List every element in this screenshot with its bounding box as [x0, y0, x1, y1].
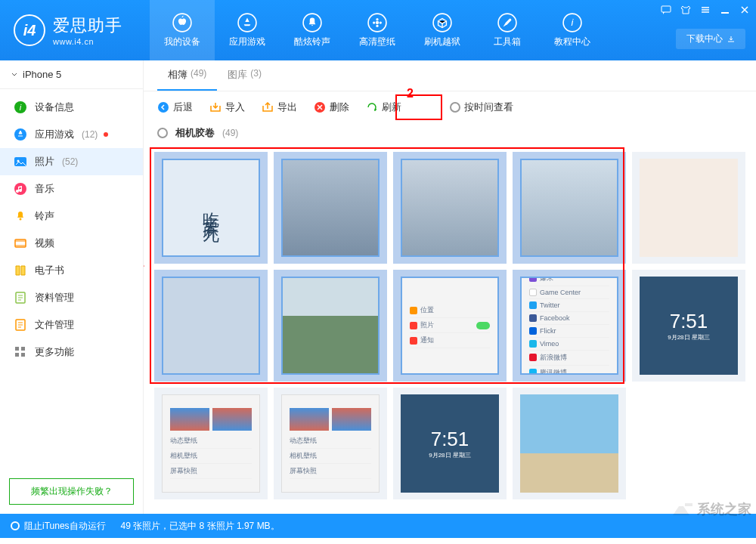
bell-small-icon [14, 209, 27, 223]
sidebar-item-video[interactable]: 视频 [0, 230, 143, 257]
toolbar: 后退 导入 导出 删除 刷新 按时间查看 2 [144, 91, 756, 123]
photo-thumb[interactable]: 位置 照片 通知 [393, 270, 507, 382]
view-by-time[interactable]: 按时间查看 [450, 100, 513, 114]
annotation-1: 1 [144, 256, 144, 270]
import-icon [209, 101, 222, 113]
svg-rect-13 [662, 6, 671, 12]
photo-thumb[interactable] [393, 152, 507, 264]
photo-thumb[interactable] [154, 270, 268, 382]
video-icon [14, 236, 27, 250]
sidebar-item-ringtone[interactable]: 铃声 [0, 202, 143, 230]
sidebar-item-apps[interactable]: 应用游戏(12) [0, 121, 143, 148]
tab-albums[interactable]: 相簿(49) [157, 60, 217, 91]
sidebar-item-more[interactable]: 更多功能 [0, 338, 143, 366]
photo-thumb[interactable] [274, 152, 387, 264]
export-icon [262, 101, 274, 113]
download-center-button[interactable]: 下载中心 [676, 29, 745, 49]
svg-point-5 [376, 18, 378, 20]
svg-point-8 [380, 21, 382, 23]
photo-thumb[interactable]: 7:519月28日 星期三 [393, 388, 507, 499]
tabs: 相簿(49) 图库(3) [144, 60, 756, 91]
nav-ringtones[interactable]: 酷炫铃声 [280, 0, 345, 60]
tab-library[interactable]: 图库(3) [217, 60, 272, 91]
nav-tools[interactable]: 工具箱 [475, 0, 540, 60]
sidebar-item-photos[interactable]: 照片(52) [0, 148, 143, 175]
block-itunes-toggle[interactable]: 阻止iTunes自动运行 [11, 520, 106, 533]
sidebar: iPhone 5 i设备信息 应用游戏(12) 照片(52) 音乐 铃声 视频 … [0, 60, 144, 514]
album-name: 相机胶卷 [175, 126, 215, 140]
photo-thumb[interactable] [274, 270, 387, 382]
apple-icon [172, 13, 192, 32]
wrench-icon [497, 13, 517, 32]
download-icon [727, 36, 735, 43]
refresh-button[interactable]: 刷新 [366, 100, 401, 114]
sidebar-item-info[interactable]: i设备信息 [0, 94, 143, 121]
photo-thumb[interactable] [632, 152, 745, 264]
logo[interactable]: i4 爱思助手 www.i4.cn [0, 14, 136, 46]
svg-rect-27 [21, 353, 25, 357]
minimize-icon[interactable] [720, 5, 730, 15]
svg-point-28 [158, 102, 169, 113]
chevron-down-icon [11, 71, 18, 79]
appstore-icon [237, 13, 257, 32]
back-arrow-icon [157, 101, 169, 113]
photo-grid: 吃束蔴九 位置 照片 通知 爆米 Game Center Twitter Fac… [150, 147, 750, 504]
photo-thumb[interactable]: 吃束蔴九 [154, 152, 268, 264]
menu-icon[interactable] [700, 5, 711, 15]
top-nav: 我的设备 应用游戏 酷炫铃声 高清壁纸 刷机越狱 工具箱 i 教程中心 [150, 0, 605, 60]
window-controls [661, 5, 750, 15]
bell-icon [302, 13, 322, 32]
folder-icon [14, 318, 27, 332]
skin-icon[interactable] [680, 5, 691, 15]
svg-point-7 [373, 21, 375, 23]
help-link[interactable]: 频繁出现操作失败？ [9, 478, 134, 505]
sidebar-item-data[interactable]: 资料管理 [0, 284, 143, 311]
photo-thumb[interactable]: 爆米 Game Center Twitter Facebook Flickr V… [513, 270, 626, 382]
sidebar-item-ebook[interactable]: 电子书 [0, 257, 143, 284]
photo-thumb[interactable] [513, 388, 626, 499]
svg-point-20 [20, 218, 22, 221]
nav-flash[interactable]: 刷机越狱 [410, 0, 475, 60]
sidebar-item-files[interactable]: 文件管理 [0, 311, 143, 338]
back-button[interactable]: 后退 [157, 100, 193, 114]
album-header[interactable]: 相机胶卷 (49) [144, 123, 756, 147]
photo-thumb[interactable] [513, 152, 626, 264]
svg-point-4 [376, 20, 379, 23]
nav-wallpapers[interactable]: 高清壁纸 [345, 0, 410, 60]
svg-text:i: i [572, 17, 575, 28]
nav-tutorial[interactable]: i 教程中心 [540, 0, 605, 60]
photo-thumb[interactable]: 动态壁纸 相机壁纸 屏幕快照 [274, 388, 387, 499]
close-icon[interactable] [739, 5, 750, 15]
main: 相簿(49) 图库(3) 后退 导入 导出 删除 刷新 按时间查看 2 相机胶卷… [144, 60, 756, 514]
refresh-icon [366, 101, 378, 113]
export-button[interactable]: 导出 [262, 100, 297, 114]
device-selector[interactable]: iPhone 5 [0, 60, 143, 89]
app-url: www.i4.cn [53, 37, 122, 46]
status-summary: 49 张照片，已选中 8 张照片 1.97 MB。 [121, 520, 280, 533]
nav-my-device[interactable]: 我的设备 [150, 0, 215, 60]
delete-button[interactable]: 删除 [314, 100, 349, 114]
photo-thumb[interactable]: 动态壁纸 相机壁纸 屏幕快照 [154, 388, 268, 499]
doc-icon [14, 291, 27, 304]
app-title: 爱思助手 [53, 14, 122, 37]
radio-icon [157, 128, 168, 138]
photo-icon [14, 155, 27, 168]
sidebar-item-music[interactable]: 音乐 [0, 175, 143, 202]
import-button[interactable]: 导入 [209, 100, 245, 114]
svg-rect-24 [15, 347, 19, 351]
svg-point-19 [14, 183, 26, 195]
box-icon [432, 13, 452, 32]
header: i4 爱思助手 www.i4.cn 我的设备 应用游戏 酷炫铃声 高清壁纸 刷机… [0, 0, 756, 60]
grid-icon [14, 345, 27, 359]
radio-icon [11, 521, 20, 530]
logo-badge-icon: i4 [14, 14, 45, 46]
svg-rect-25 [21, 347, 25, 351]
info-icon: i [562, 13, 582, 32]
info-circle-icon: i [14, 100, 27, 114]
flower-icon [367, 13, 387, 32]
nav-apps[interactable]: 应用游戏 [215, 0, 280, 60]
photo-thumb[interactable]: 7:519月28日 星期三 [632, 270, 745, 382]
feedback-icon[interactable] [661, 5, 671, 15]
photo-grid-wrap: 1 吃束蔴九 位置 照片 通知 爆米 Game Center Twitt [144, 147, 756, 514]
music-icon [14, 182, 27, 196]
